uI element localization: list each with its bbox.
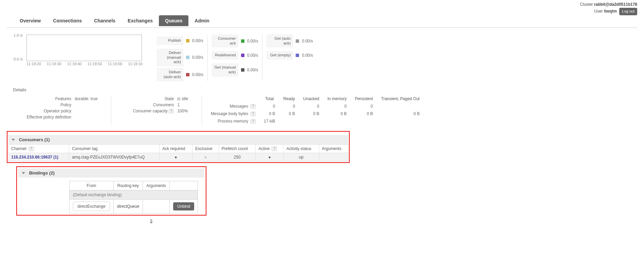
tab-overview[interactable]: Overview	[14, 15, 47, 26]
rate-value: 0.00/s	[247, 68, 258, 72]
rate-column: Consumer ack0.00/sRedelivered0.00/sGet (…	[207, 35, 262, 81]
consumer-tag-cell: amq.ctag-PZEuJXD3TWV0Dvyfp4E7uQ	[69, 153, 160, 161]
chart-x-tick: 11:19:10	[128, 62, 143, 66]
ack-cell: ●	[159, 153, 192, 161]
chart-x-tick: 11:18:50	[87, 62, 102, 66]
msg-cell: 0 B	[279, 110, 299, 117]
help-icon[interactable]: ?	[29, 147, 34, 151]
rate-value: 0.00/s	[247, 53, 258, 58]
msg-col-header: Unacked	[299, 95, 323, 103]
logout-button[interactable]: Log out	[619, 8, 637, 15]
binding-from-link[interactable]: directExchange	[73, 202, 110, 211]
bindings-highlight-box: Bindings (2) FromRouting keyArguments(De…	[16, 166, 206, 216]
msg-cell: 0 B	[351, 110, 377, 117]
rate-label: Consumer ack	[212, 35, 238, 48]
msg-cell: 0	[323, 103, 351, 110]
chart-y-top: 1.0 /s	[14, 33, 23, 37]
msg-cell: 0 B	[323, 110, 351, 117]
msg-cell	[351, 117, 377, 125]
bindings-col-header	[170, 181, 198, 190]
routing-key-cell: directQueue	[113, 199, 143, 213]
capacity-value: 100%	[177, 109, 188, 113]
state-label: State	[116, 96, 174, 101]
rate-legend-group: Publish0.00/sDeliver (manual ack)0.00/sD…	[153, 35, 317, 81]
user-name: liwqtm	[604, 9, 617, 14]
idle-dot-icon	[177, 97, 180, 100]
msg-cell: 0	[279, 103, 299, 110]
msg-col-header: Persistent	[351, 95, 377, 103]
user-label: User	[594, 9, 603, 14]
cluster-line: Cluster rabbit@da2d0511b178	[7, 1, 637, 8]
rate-value: 0.00/s	[302, 39, 313, 43]
rate-item: Consumer ack0.00/s	[212, 35, 258, 48]
chart-x-axis: 11:18:2011:18:3011:18:4011:18:5011:19:00…	[26, 62, 143, 66]
tab-connections[interactable]: Connections	[47, 15, 88, 26]
tab-admin[interactable]: Admin	[188, 15, 216, 26]
color-swatch-icon	[296, 54, 299, 57]
bindings-table: FromRouting keyArguments(Default exchang…	[69, 181, 198, 214]
help-icon[interactable]: ?	[251, 104, 256, 109]
help-icon[interactable]: ?	[272, 147, 277, 151]
consumers-section-header[interactable]: Consumers (1)	[8, 135, 348, 144]
rate-value: 0.00/s	[192, 38, 203, 43]
rate-column: Get (auto ack)0.00/sGet (empty)0.00/s	[262, 35, 317, 81]
chart-x-tick: 11:18:40	[67, 62, 82, 66]
rate-value: 0.00/s	[302, 53, 313, 58]
rate-item: Deliver (auto ack)0.00/s	[157, 68, 203, 81]
consumers-col-header: Arguments	[319, 144, 348, 153]
msg-cell	[377, 103, 424, 110]
collapse-triangle-icon	[12, 139, 15, 141]
msg-cell: 0 B	[299, 110, 323, 117]
msg-cell: 0 B	[260, 110, 279, 117]
rate-value: 0.00/s	[247, 39, 258, 43]
msg-cell	[279, 117, 299, 125]
color-swatch-icon	[186, 73, 189, 76]
collapse-triangle-icon	[22, 172, 25, 174]
msg-cell: 0 B	[377, 110, 424, 117]
help-icon[interactable]: ?	[251, 112, 256, 116]
color-swatch-icon	[241, 68, 244, 72]
rates-chart: 1.0 /s 0.0 /s 11:18:2011:18:3011:18:4011…	[14, 35, 143, 66]
consumers-highlight-box: Consumers (1) Channel ?Consumer tagAck r…	[7, 131, 350, 163]
tab-channels[interactable]: Channels	[88, 15, 122, 26]
help-icon[interactable]: ?	[169, 109, 174, 113]
exclusive-cell: ○	[192, 153, 219, 161]
msg-row-label: Messages ?	[207, 103, 260, 110]
policy-label: Policy	[14, 103, 71, 107]
consumers-col-header: Channel ?	[8, 144, 69, 153]
color-swatch-icon	[296, 39, 299, 43]
rate-item: Get (empty)0.00/s	[266, 49, 313, 61]
rate-label: Get (manual ack)	[212, 63, 238, 76]
msg-cell: 0	[351, 103, 377, 110]
chart-x-tick: 11:18:30	[47, 62, 61, 66]
rate-value: 0.00/s	[192, 55, 203, 60]
prefetch-cell: 250	[219, 153, 256, 161]
msg-cell	[299, 117, 323, 125]
bindings-section-header[interactable]: Bindings (2)	[18, 168, 204, 178]
chart-y-bottom: 0.0 /s	[14, 57, 23, 61]
rate-item: Get (auto ack)0.00/s	[266, 35, 313, 48]
unbind-button[interactable]: Unbind	[173, 202, 194, 210]
bindings-body: FromRouting keyArguments(Default exchang…	[18, 178, 204, 214]
consumers-col-header: Prefetch count	[219, 144, 256, 153]
details-heading: Details	[13, 87, 637, 92]
help-icon[interactable]: ?	[251, 119, 256, 124]
default-binding-row: (Default exchange binding)	[70, 190, 198, 199]
unbind-cell: Unbind	[170, 199, 198, 213]
consumers-value: 1	[177, 103, 180, 107]
msg-cell: 0	[260, 103, 279, 110]
features-label: Features	[14, 96, 71, 101]
tab-queues[interactable]: Queues	[159, 15, 188, 26]
args-cell	[319, 153, 348, 161]
bindings-down-arrow-icon: ⇓	[58, 218, 244, 225]
msg-row-label: Process memory ?	[207, 117, 260, 125]
color-swatch-icon	[241, 54, 244, 57]
message-rates-row: 1.0 /s 0.0 /s 11:18:2011:18:3011:18:4011…	[7, 28, 637, 85]
messages-table: TotalReadyUnackedIn memoryPersistentTran…	[207, 95, 424, 125]
channel-link[interactable]: 116.234.210.66:19637 (1)	[11, 155, 58, 160]
status-cell: up	[283, 153, 319, 161]
consumers-col-header: Active ?	[256, 144, 283, 153]
rate-label: Redelivered	[212, 51, 238, 59]
features-value: durable: true	[75, 96, 97, 101]
tab-exchanges[interactable]: Exchanges	[122, 15, 159, 26]
